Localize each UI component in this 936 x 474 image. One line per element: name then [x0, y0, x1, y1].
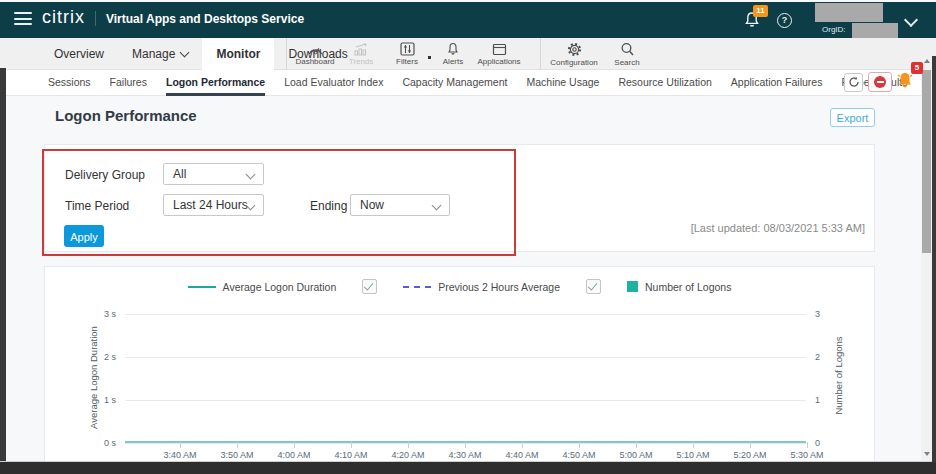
delivery-group-label: Delivery Group: [65, 168, 145, 182]
org-id-label: OrgID:: [822, 25, 846, 34]
chevron-down-icon: [432, 201, 442, 211]
subtab-failures[interactable]: Failures: [110, 70, 147, 96]
legend-item-number-of-logons: Number of Logons: [627, 281, 731, 293]
vertical-scrollbar-thumb[interactable]: [922, 70, 931, 253]
export-button[interactable]: Export: [830, 108, 875, 127]
teal-line-swatch: [188, 286, 216, 288]
x-tick-440am: 4:40 AM: [494, 450, 550, 460]
org-id-redacted: [852, 23, 898, 39]
error-circle-icon: [874, 76, 886, 88]
y-left-axis-label: Average Logon Duration: [88, 313, 99, 443]
subtab-sessions[interactable]: Sessions: [48, 70, 91, 96]
y-right-tick-2: 2: [815, 352, 820, 362]
chevron-down-icon: [246, 170, 256, 180]
notification-count-badge: 11: [753, 5, 768, 17]
legend-checkbox-avg-logon-duration[interactable]: [362, 279, 377, 294]
nav-tools-group-2: Configuration Search: [546, 38, 652, 70]
tool-trends[interactable]: Trends: [338, 43, 384, 66]
x-tick-450am: 4:50 AM: [551, 450, 607, 460]
time-period-dropdown[interactable]: Last 24 Hours: [163, 194, 264, 216]
gridline-3: [125, 314, 806, 315]
refresh-icon: [848, 74, 860, 92]
x-tick-420am: 4:20 AM: [380, 450, 436, 460]
apply-button[interactable]: Apply: [64, 225, 104, 247]
x-tick-350am: 3:50 AM: [209, 450, 265, 460]
critical-alert-button[interactable]: [868, 72, 892, 92]
product-title: Virtual Apps and Desktops Service: [106, 12, 304, 26]
warning-count-badge: 5: [911, 62, 923, 74]
legend-item-previous-2-hours: Previous 2 Hours Average: [403, 281, 560, 293]
x-tick-400am: 4:00 AM: [266, 450, 322, 460]
legend-checkbox-previous-2-hours[interactable]: [586, 279, 601, 294]
applications-window-icon: [492, 43, 507, 56]
gridline-2: [125, 357, 806, 358]
tool-dashboard[interactable]: Dashboard: [292, 43, 338, 66]
nav-tab-overview[interactable]: Overview: [40, 38, 118, 70]
y-right-tick-1: 1: [815, 395, 820, 405]
page-title: Logon Performance: [55, 107, 197, 124]
monitor-subtabs: Sessions Failures Logon Performance Load…: [48, 70, 936, 96]
ending-dropdown[interactable]: Now: [350, 194, 450, 216]
subtab-capacity-management[interactable]: Capacity Management: [402, 70, 507, 96]
citrix-monitor-window: citrix Virtual Apps and Desktops Service…: [0, 0, 936, 474]
time-period-label: Time Period: [65, 199, 129, 213]
x-tick-530am: 5:30 AM: [779, 450, 835, 460]
dashed-line-swatch: [403, 286, 431, 288]
legend-item-avg-logon-duration: Average Logon Duration: [188, 281, 337, 293]
filters-menu-dot: [428, 56, 431, 59]
nav-divider: [286, 38, 287, 70]
nav-tools-group-1: Dashboard Trends Filters Alerts Applicat…: [292, 38, 522, 70]
subtab-load-evaluator-index[interactable]: Load Evaluator Index: [284, 70, 383, 96]
nav-divider: [540, 38, 541, 70]
tool-search[interactable]: Search: [602, 42, 652, 67]
subtab-resource-utilization[interactable]: Resource Utilization: [618, 70, 711, 96]
x-tick-510am: 5:10 AM: [665, 450, 721, 460]
x-tick-500am: 5:00 AM: [608, 450, 664, 460]
tool-applications[interactable]: Applications: [476, 43, 522, 66]
x-tick-410am: 4:10 AM: [323, 450, 379, 460]
x-tick-340am: 3:40 AM: [152, 450, 208, 460]
nav-tab-manage[interactable]: Manage: [118, 38, 202, 70]
filters-sliders-icon: [400, 42, 415, 56]
chart-legend: Average Logon Duration Previous 2 Hours …: [44, 279, 875, 294]
citrix-logo: citrix: [42, 7, 85, 28]
trends-chart-icon: [353, 43, 369, 56]
y-right-axis-label: Number of Logons: [833, 321, 844, 431]
user-name-redacted: [815, 3, 883, 22]
teal-square-swatch: [627, 281, 638, 292]
scrollbar-down-arrow[interactable]: [924, 452, 930, 456]
x-tick-430am: 4:30 AM: [437, 450, 493, 460]
y-right-tick-0: 0: [815, 438, 820, 448]
search-icon: [620, 42, 635, 57]
window-edge-left: [0, 68, 6, 474]
nav-tab-monitor[interactable]: Monitor: [202, 38, 274, 70]
configuration-gear-icon: [567, 42, 582, 57]
x-tick-520am: 5:20 AM: [722, 450, 778, 460]
hamburger-menu-icon[interactable]: [14, 12, 32, 25]
subtab-logon-performance[interactable]: Logon Performance: [166, 70, 265, 96]
tool-filters[interactable]: Filters: [384, 42, 430, 66]
window-edge-right: [932, 56, 936, 474]
chart-panel: [44, 266, 875, 466]
alerts-bell-icon: [446, 42, 460, 56]
ending-label: Ending: [310, 199, 347, 213]
brand-divider: [95, 11, 96, 26]
chevron-down-icon: [180, 48, 190, 58]
window-edge-bottom: [0, 462, 936, 474]
delivery-group-dropdown[interactable]: All: [163, 163, 264, 185]
scrollbar-up-arrow[interactable]: [924, 59, 930, 63]
subtab-application-failures[interactable]: Application Failures: [731, 70, 823, 96]
gridline-1: [125, 400, 806, 401]
last-updated-text: [Last updated: 08/03/2021 5:33 AM]: [600, 222, 865, 234]
tool-configuration[interactable]: Configuration: [546, 42, 602, 67]
tool-alerts[interactable]: Alerts: [430, 42, 476, 66]
dashboard-gauge-icon: [307, 43, 324, 56]
warning-bell-icon: [894, 76, 916, 93]
y-right-tick-3: 3: [815, 309, 820, 319]
refresh-button[interactable]: [844, 73, 863, 92]
subtab-machine-usage[interactable]: Machine Usage: [526, 70, 599, 96]
help-icon[interactable]: ?: [777, 13, 792, 28]
